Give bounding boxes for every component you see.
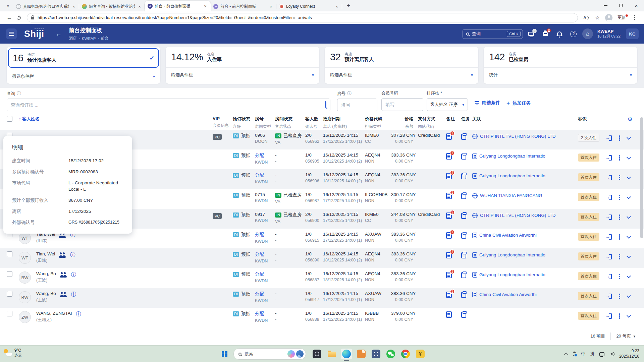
card-stats-dropdown[interactable]: 统计 ▾ <box>484 68 637 82</box>
guest-name[interactable]: WANG, ZENGTAI <box>36 311 72 316</box>
notes-icon[interactable] <box>446 311 452 318</box>
card-filter-dropdown[interactable]: 筛选条件栏 ▾ <box>7 69 160 84</box>
card-filter-dropdown[interactable]: 筛选条件栏 ▾ <box>325 68 478 82</box>
row-menu-kebab-icon[interactable] <box>619 197 620 198</box>
taskbar-search[interactable]: 搜索 <box>233 348 306 360</box>
tasks-clipboard-icon[interactable] <box>461 213 466 219</box>
taskbar-clock[interactable]: 9:23 2025/12/16 <box>619 349 639 359</box>
relation-link[interactable]: CTRIP INTL TVL (HONG KONG) LTD <box>472 133 578 139</box>
speaker-icon[interactable] <box>609 352 614 356</box>
add-task-button[interactable]: + 添加任务 <box>506 100 531 107</box>
sort-by-select[interactable]: 客人姓名 正序 ▾ <box>427 98 468 111</box>
home-icon[interactable]: ⌂ <box>582 28 593 40</box>
card-filter-dropdown[interactable]: 筛选条件栏 ▾ <box>166 68 319 82</box>
info-icon[interactable]: ⓘ <box>71 292 76 297</box>
tasks-clipboard-icon[interactable] <box>461 173 466 179</box>
check-in-icon[interactable] <box>605 254 612 259</box>
search-highlight-icon[interactable] <box>296 350 304 358</box>
column-dates[interactable]: 抵店日期离店 (房晚数) <box>323 116 365 129</box>
column-price[interactable]: 价格余额 <box>391 116 413 129</box>
taskbar-app-explorer[interactable] <box>326 349 337 359</box>
card-occupancy-stat[interactable]: 14.12% 在店 入住率 <box>166 47 319 68</box>
expand-chevron-icon[interactable] <box>627 313 631 318</box>
row-menu-kebab-icon[interactable] <box>619 157 620 159</box>
column-tasks[interactable]: 任务 <box>461 116 472 122</box>
relation-link[interactable]: WUHAN TIANXIA FANGCANG <box>472 192 578 198</box>
allocate-link[interactable]: 分配 <box>255 311 275 317</box>
breadcrumb-property[interactable]: KWEAP <box>82 37 96 41</box>
new-tab-button[interactable]: + <box>344 1 353 10</box>
browser-tab-5[interactable]: Loyalty Connect × <box>276 1 342 11</box>
notes-icon[interactable]: 1 <box>446 193 452 199</box>
copilot-icon[interactable] <box>287 350 295 358</box>
browser-tab-2[interactable]: 旅客查询 - 紫楠旅馆业治安信息管 × <box>79 1 145 11</box>
table-row[interactable]: BW Wang, Bo(王波) ⓘ DI预抵 分配KWDN -- 1/00569… <box>0 288 644 308</box>
weather-widget[interactable]: 9°C 多云 <box>3 348 22 358</box>
column-room-state[interactable]: 房间状态客房状态 <box>275 116 305 129</box>
tasks-clipboard-icon[interactable] <box>461 272 466 278</box>
expand-chevron-icon[interactable] <box>627 294 631 298</box>
row-menu-kebab-icon[interactable] <box>619 217 620 218</box>
allocate-link[interactable]: 分配 <box>255 232 275 238</box>
url-text[interactable]: https://cn1.web.ep.shiji.world/individua… <box>38 15 314 20</box>
allocate-link[interactable]: 分配 <box>255 172 275 178</box>
relation-link[interactable]: Guiyang Longdongbao Internatio <box>472 271 578 278</box>
taskbar-app-grid[interactable] <box>370 349 382 359</box>
notes-icon[interactable]: 1 <box>446 232 452 239</box>
card-inspected-stat[interactable]: 142 客房 已检查房 <box>484 47 637 68</box>
filter-conditions-button[interactable]: 筛选条件 <box>475 100 500 106</box>
notes-icon[interactable]: 1 <box>446 153 452 160</box>
column-relation[interactable]: 关联 <box>472 116 578 122</box>
query-input[interactable] <box>7 99 330 111</box>
tab-close-icon[interactable]: × <box>268 4 274 9</box>
hamburger-menu-icon[interactable] <box>6 28 17 39</box>
check-in-icon[interactable] <box>605 195 612 200</box>
maximize-button[interactable] <box>613 0 629 11</box>
expand-chevron-icon[interactable] <box>627 155 631 160</box>
tasks-clipboard-icon[interactable] <box>461 134 466 140</box>
check-in-icon[interactable] <box>605 234 612 240</box>
minimize-button[interactable] <box>598 0 613 11</box>
tab-close-icon[interactable]: × <box>334 4 339 9</box>
notes-icon[interactable]: 1 <box>446 133 452 140</box>
guest-name[interactable]: Wang, Bo <box>36 271 56 276</box>
tasks-clipboard-icon[interactable] <box>461 252 466 258</box>
row-menu-kebab-icon[interactable] <box>619 177 620 178</box>
column-rate-code[interactable]: 价格代码担保类型 <box>365 116 391 129</box>
row-checkbox[interactable] <box>7 271 12 277</box>
browser-tab-4[interactable]: 前台 - 前台控制面板 × <box>211 1 276 11</box>
property-info[interactable]: KWEAP 16 12月 09:22 <box>597 29 621 39</box>
tasks-clipboard-icon[interactable] <box>461 292 466 298</box>
ime-mode[interactable]: 拼 <box>590 351 595 357</box>
notes-icon[interactable]: 1 <box>446 252 452 258</box>
check-in-icon[interactable] <box>605 215 612 220</box>
card-arrivals-stat[interactable]: 16 抵店 预计抵店客人 ✓ <box>8 48 159 68</box>
vertical-scrollbar[interactable] <box>640 117 643 238</box>
check-in-icon[interactable] <box>605 274 612 279</box>
breadcrumb-hotel[interactable]: 酒店 <box>69 36 77 41</box>
check-in-icon[interactable] <box>605 155 612 161</box>
browser-menu-kebab-icon[interactable] <box>630 13 639 22</box>
row-menu-kebab-icon[interactable] <box>619 256 620 257</box>
relation-link[interactable]: Guiyang Longdongbao Internatio <box>472 153 578 159</box>
workstation-monitor-icon[interactable]: × <box>526 28 537 40</box>
sync-icon[interactable] <box>572 352 576 356</box>
column-room[interactable]: 房号房间类型 <box>255 116 275 129</box>
guest-name[interactable]: Tian, Wei <box>36 251 55 256</box>
info-icon[interactable]: ⓘ <box>76 311 82 317</box>
row-menu-kebab-icon[interactable] <box>619 315 620 317</box>
column-notes[interactable]: 备注 <box>446 116 461 122</box>
breadcrumb-page[interactable]: 前台 <box>101 36 109 41</box>
table-row[interactable]: ZW WANG, ZENGTAI(王增太) ⓘ DI预抵 分配KWDN -- 1… <box>0 308 644 327</box>
taskbar-app-wechat[interactable] <box>385 349 396 359</box>
taskbar-app-finance[interactable]: ¥ <box>415 349 426 359</box>
column-payment[interactable]: 支付方式团队代码 <box>413 116 446 129</box>
back-icon[interactable]: ← <box>5 13 14 22</box>
column-status[interactable]: 预订状态喜好 <box>233 116 255 129</box>
global-search-input[interactable]: 查询 Ctrl+/ <box>463 29 523 39</box>
read-aloud-icon[interactable]: A <box>581 13 591 22</box>
browser-update-button[interactable]: 更新 <box>615 13 628 22</box>
select-all-checkbox[interactable] <box>7 116 12 122</box>
help-icon[interactable]: ? <box>568 28 579 40</box>
tasks-clipboard-icon[interactable] <box>461 312 466 318</box>
